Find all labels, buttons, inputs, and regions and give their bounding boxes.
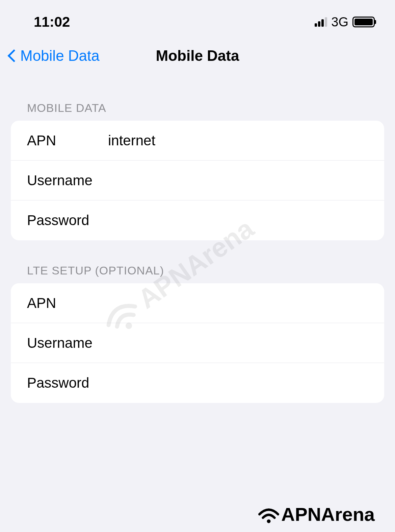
row-label: Password (27, 375, 108, 391)
network-type-label: 3G (331, 15, 348, 29)
row-username[interactable]: Username (11, 161, 384, 200)
svg-point-1 (267, 519, 271, 523)
apn-input[interactable] (108, 132, 368, 149)
settings-group-mobile-data: APN Username Password (11, 121, 384, 240)
username-input[interactable] (108, 172, 368, 189)
back-button-label: Mobile Data (20, 47, 100, 64)
row-label: APN (27, 295, 108, 311)
back-button[interactable]: Mobile Data (7, 47, 100, 64)
row-lte-username[interactable]: Username (11, 323, 384, 363)
row-label: Password (27, 212, 108, 228)
battery-icon (352, 17, 375, 27)
wifi-icon (257, 505, 281, 524)
cellular-signal-icon (315, 17, 327, 27)
page-title: Mobile Data (156, 47, 239, 64)
password-input[interactable] (108, 212, 368, 228)
watermark-bottom: APNArena (257, 503, 375, 525)
settings-group-lte-setup: APN Username Password (11, 283, 384, 403)
row-lte-apn[interactable]: APN (11, 283, 384, 323)
row-label: Username (27, 335, 108, 351)
row-label: Username (27, 172, 108, 189)
row-label: APN (27, 132, 108, 149)
row-lte-password[interactable]: Password (11, 363, 384, 403)
watermark-text: APNArena (281, 503, 375, 525)
section-header-mobile-data: MOBILE DATA (0, 78, 395, 121)
lte-username-input[interactable] (108, 335, 368, 351)
status-indicators: 3G (315, 15, 375, 29)
navigation-bar: Mobile Data Mobile Data (0, 37, 395, 78)
status-bar: 11:02 3G (0, 0, 395, 37)
row-apn[interactable]: APN (11, 121, 384, 161)
status-time: 11:02 (34, 14, 70, 30)
section-header-lte-setup: LTE SETUP (OPTIONAL) (0, 240, 395, 283)
chevron-left-icon (7, 48, 18, 63)
lte-apn-input[interactable] (108, 295, 368, 311)
row-password[interactable]: Password (11, 200, 384, 240)
lte-password-input[interactable] (108, 375, 368, 391)
